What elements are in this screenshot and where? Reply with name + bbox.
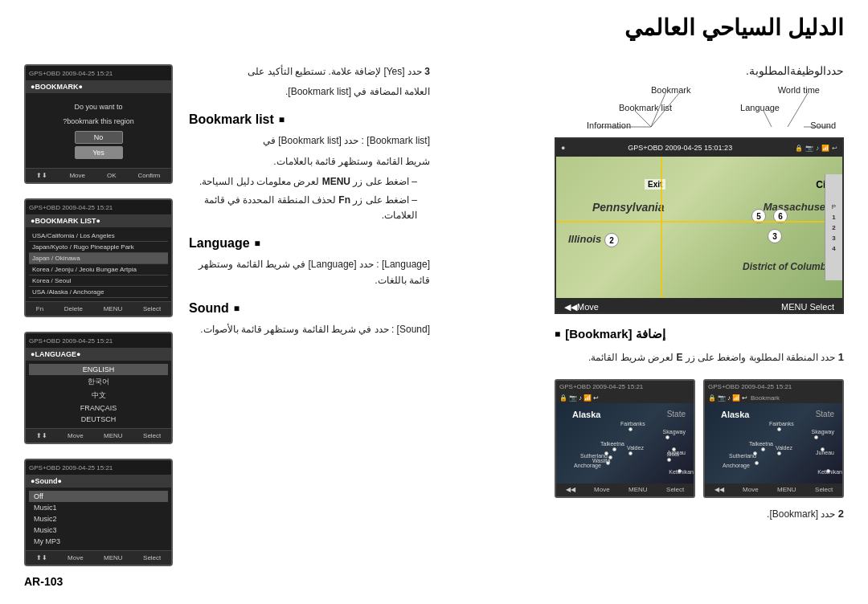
screen1-device: GPS+OBD 2009-04-25 15:21 ● BOOKMARK ● Do…	[24, 64, 173, 184]
label-information: Information	[587, 120, 631, 130]
list-item: Korea / Jeonju / Jeoiu Bungae Artpia	[29, 264, 168, 275]
step3-text2: العلامة المضافة في [Bookmark list].	[189, 84, 430, 100]
illinois-label: Illinois	[568, 233, 601, 245]
bookmark-list-section: Bookmark list [Bookmark list] : حدد [Boo…	[189, 112, 430, 223]
label-language: Language	[740, 103, 780, 112]
map-sidebar: P 1 2 3 4	[825, 174, 842, 280]
badge-2: 2	[604, 233, 619, 247]
screen1-header: GPS+OBD 2009-04-25 15:21	[26, 66, 171, 80]
small-map-1: GPS+OBD 2009-04-25 15:21 🔒📷♪📶↩ Alaska St…	[555, 379, 695, 498]
language-title: Language	[189, 236, 430, 251]
small-map-1-header: GPS+OBD 2009-04-25 15:21	[556, 381, 694, 394]
screen1-msg1: Do you want to	[31, 100, 166, 114]
screen2-header: GPS+OBD 2009-04-25 15:21	[26, 200, 171, 214]
bookmark-right-section: إضافة [Bookmark] 1 حدد المنطقة المطلوبة …	[555, 327, 844, 366]
screen1-yes-btn[interactable]: Yes	[75, 146, 123, 159]
bookmark-list-desc1: شريط القائمة وستظهر قائمة بالعلامات.	[189, 154, 430, 169]
map-footer: ◀◀ Move MENU Select	[556, 298, 842, 314]
screen2-title: ● BOOKMARK LIST ●	[26, 214, 171, 227]
sound-item: Off	[29, 491, 168, 502]
map-header: ● GPS+OBD 2009-04-25 15:01:23 🔒 📷 ♪ 📶 ↩	[556, 139, 842, 157]
small-map-2-header: GPS+OBD 2009-04-25 15:21	[705, 381, 842, 394]
screen3-device: GPS+OBD 2009-04-25 15:21 ● LANGUAGE ● EN…	[24, 332, 173, 444]
label-bookmark: Bookmark	[651, 85, 691, 95]
map-labels: Bookmark World time Bookmark list Langua…	[555, 85, 844, 137]
svg-line-2	[788, 93, 808, 127]
lang-item: DEUTSCH	[29, 414, 168, 425]
sound-intro: [Sound] : حدد في شريط القائمة وستظهر قائ…	[189, 322, 430, 337]
screen2-footer: FnDeleteMENUSelect	[26, 301, 171, 316]
label-sound: Sound	[810, 120, 836, 130]
screen1-title: ● BOOKMARK ●	[26, 80, 171, 93]
list-item: USA /Alaska / Anchorage	[29, 287, 168, 298]
alaska-label-2: Alaska	[721, 410, 749, 419]
sound-item: My MP3	[29, 536, 168, 547]
lang-item: ENGLISH	[29, 364, 168, 375]
step3-text: 3 حدد [Yes] لإضافة علامة. تستطيع التأكيد…	[189, 64, 430, 80]
label-world-time: World time	[778, 85, 820, 95]
language-section: Language [Language] : حدد [Language] في …	[189, 236, 430, 288]
screen2-content: USA/California / Los Angeles Japan/Kyoto…	[26, 227, 171, 301]
pennsylvania-label: Pennsylvania	[592, 201, 665, 214]
list-item: USA/California / Los Angeles	[29, 231, 168, 242]
bookmark-list-title: Bookmark list	[189, 112, 430, 127]
screen3-footer: ⬆⬇MoveMENUSelect	[26, 428, 171, 443]
sound-title: Sound	[189, 301, 430, 316]
small-maps-row: GPS+OBD 2009-04-25 15:21 🔒📷♪📶↩ Alaska St…	[555, 379, 844, 498]
main-map: ● GPS+OBD 2009-04-25 15:01:23 🔒 📷 ♪ 📶 ↩ …	[555, 137, 844, 314]
bookmark-list-intro: [Bookmark list] : حدد [Bookmark list] في	[189, 133, 430, 149]
lang-item: 한국어	[29, 375, 168, 389]
label-bookmark-list: Bookmark list	[619, 103, 672, 112]
bookmark-list-desc2: – اضغط على زر MENU لعرض معلومات دليل الس…	[189, 174, 430, 190]
small-map-1-content: Alaska State Fairbanks Talkeetna Sutherl…	[556, 403, 694, 484]
list-item: Japan / Okinawa	[29, 253, 168, 264]
state-label-sm-2: State	[816, 410, 834, 418]
screen3-content: ENGLISH 한국어 中文 FRANÇAIS DEUTSCH	[26, 361, 171, 428]
instructions-column: 3 حدد [Yes] لإضافة علامة. تستطيع التأكيد…	[189, 64, 430, 342]
bookmark-step2: 2 حدد [Bookmark].	[555, 506, 844, 523]
lang-item: FRANÇAIS	[29, 402, 168, 414]
list-item: Korea / Seoul	[29, 275, 168, 287]
screen1-no-btn[interactable]: No	[75, 131, 123, 144]
bookmark-step1: 1 حدد المنطقة المطلوبة واضغط على زر E لع…	[555, 349, 844, 366]
alaska-label: Alaska	[572, 410, 600, 419]
district-label: District of Columbia	[743, 261, 834, 272]
bookmark-list-desc3: – اضغط على زر Fn لحذف المنطقة المحددة في…	[189, 193, 430, 223]
right-section: حددالوظيفةالمطلوبة. Bookmark World time …	[555, 64, 844, 529]
screen4-title: ● Sound ●	[26, 475, 171, 488]
sound-section: Sound [Sound] : حدد في شريط القائمة وستظ…	[189, 301, 430, 337]
language-intro: [Language] : حدد [Language] في شريط القا…	[189, 257, 430, 288]
page-title: الدليل السياحي العالمي	[624, 14, 844, 41]
screen4-content: Off Music1 Music2 Music3 My MP3	[26, 488, 171, 550]
map-header-text: GPS+OBD 2009-04-25 15:01:23	[628, 144, 732, 152]
lang-item: 中文	[29, 389, 168, 402]
screen4-footer: ⬆⬇MoveMENUSelect	[26, 550, 171, 565]
svg-line-4	[764, 111, 772, 127]
page-number: AR-103	[24, 575, 63, 588]
small-map-2: GPS+OBD 2009-04-25 15:21 🔒📷♪📶↩ Bookmark …	[703, 379, 844, 498]
sound-item: Music3	[29, 524, 168, 536]
small-map-2-footer: ◀◀MoveMENUSelect	[705, 484, 842, 496]
menu-select-label: MENU Select	[781, 302, 834, 312]
bookmark-right-title: إضافة [Bookmark]	[555, 327, 844, 341]
screen3-title: ● LANGUAGE ●	[26, 348, 171, 361]
screen1-footer: ⬆⬇MoveOKConfirm	[26, 168, 171, 182]
list-item: Japan/Kyoto / Rugo Pineapple Park	[29, 242, 168, 253]
exit-label: Exit	[645, 179, 665, 190]
arabic-subtitle: حددالوظيفةالمطلوبة.	[555, 64, 844, 77]
device-screens-column: GPS+OBD 2009-04-25 15:21 ● BOOKMARK ● Do…	[24, 64, 185, 581]
small-map-2-content: Alaska State Fairbanks Talkeetna Sutherl…	[705, 403, 842, 484]
sound-item: Music2	[29, 513, 168, 524]
small-map-1-footer: ◀◀MoveMENUSelect	[556, 484, 694, 496]
screen1-content: Do you want to ?bookmark this region No …	[26, 93, 171, 168]
step3-section: 3 حدد [Yes] لإضافة علامة. تستطيع التأكيد…	[189, 64, 430, 100]
screen4-header: GPS+OBD 2009-04-25 15:21	[26, 460, 171, 475]
screen3-header: GPS+OBD 2009-04-25 15:21	[26, 333, 171, 348]
screen1-msg2: ?bookmark this region	[31, 114, 166, 129]
badge-3: 3	[768, 229, 782, 243]
screen2-device: GPS+OBD 2009-04-25 15:21 ● BOOKMARK LIST…	[24, 198, 173, 317]
state-label-sm: State	[667, 410, 686, 418]
sound-item: Music1	[29, 502, 168, 513]
svg-line-3	[635, 111, 651, 127]
screen4-device: GPS+OBD 2009-04-25 15:21 ● Sound ● Off M…	[24, 459, 173, 566]
